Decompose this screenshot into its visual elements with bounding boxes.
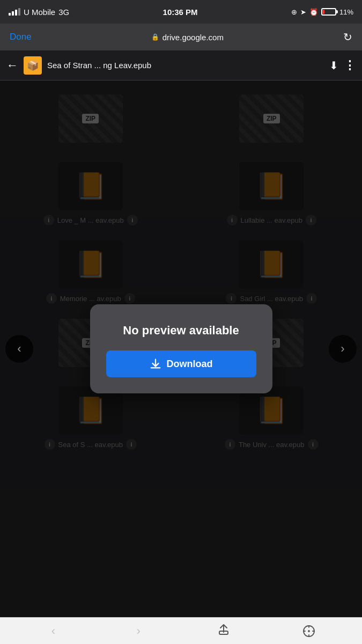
compass-button[interactable] [298,620,320,642]
main-content: ZIP ZIP 📙 i Love _ M ... eav.epub i 📙 [0,80,362,617]
toolbar-title: Sea of Stran ... ng Leav.epub [47,61,324,70]
status-right: ⊕ ➤ ⏰ 11% [291,8,353,16]
bottom-bar: ‹ › [0,617,362,644]
status-left: U Mobile 3G [9,8,69,17]
modal-overlay: No preview available Download [0,80,362,617]
navigation-icon: ➤ [300,8,306,16]
toolbar-more-button[interactable]: ⋮ [344,58,356,72]
no-preview-modal: No preview available Download [90,304,272,393]
modal-title: No preview available [123,324,239,338]
signal-icon [9,8,20,16]
reload-button[interactable]: ↻ [343,31,352,43]
location-icon: ⊕ [291,8,297,16]
browser-bar: Done 🔒 drive.google.com ↻ [0,24,362,50]
back-button[interactable]: ← [6,58,18,72]
download-button[interactable]: Download [106,350,256,377]
browser-url[interactable]: 🔒 drive.google.com [151,33,224,42]
status-time: 10:36 PM [163,8,198,17]
battery-percent: 11% [339,8,353,16]
download-label: Download [167,358,213,370]
drive-toolbar: ← 📦 Sea of Stran ... ng Leav.epub ⬇ ⋮ [0,50,362,80]
network-label: 3G [58,8,69,17]
share-button[interactable] [213,620,234,642]
file-type-icon: 📦 [24,56,42,75]
carrier-label: U Mobile [24,8,55,17]
lock-icon: 🔒 [151,33,159,41]
download-icon [150,358,161,370]
toolbar-download-icon[interactable]: ⬇ [329,59,338,72]
alarm-icon: ⏰ [309,8,318,16]
svg-point-3 [308,631,309,632]
battery-fill [323,10,324,14]
done-button[interactable]: Done [10,32,32,42]
battery-body [321,8,336,16]
battery-icon [321,8,336,16]
compass-icon [302,625,315,638]
browser-back-button[interactable]: ‹ [42,620,64,642]
status-bar: U Mobile 3G 10:36 PM ⊕ ➤ ⏰ 11% [0,0,362,24]
browser-forward-button[interactable]: › [128,620,149,642]
url-text: drive.google.com [162,33,224,42]
share-icon [218,624,230,639]
